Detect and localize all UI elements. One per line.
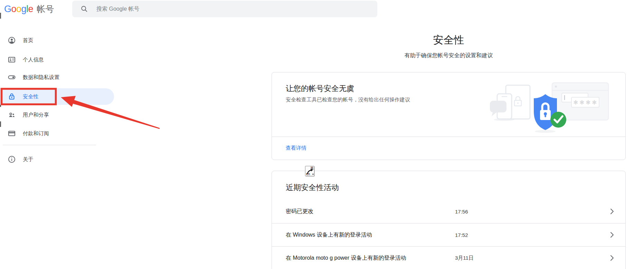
payments-icon <box>8 129 16 138</box>
logo-letter: g <box>21 4 27 14</box>
sidebar-item-label: 关于 <box>23 156 33 163</box>
sidebar-item-about[interactable]: 关于 <box>0 151 114 168</box>
logo-letter: o <box>16 4 21 14</box>
sidebar-item-label: 付款和订阅 <box>23 130 49 137</box>
chevron-right-icon <box>608 231 616 239</box>
svg-text:✱: ✱ <box>586 99 590 106</box>
home-icon <box>8 36 16 44</box>
sidebar-item-label: 数据和隐私设置 <box>23 74 59 81</box>
activity-row-motorola-signin[interactable]: 在 Motorola moto g power 设备上有新的登录活动 3月11日 <box>272 246 625 269</box>
screen-edge-artifact <box>0 13 1 19</box>
activity-row-windows-signin[interactable]: 在 Windows 设备上有新的登录活动 17:52 <box>272 223 625 246</box>
sidebar-divider <box>3 145 96 145</box>
sidebar-item-personal-info[interactable]: 个人信息 <box>0 51 114 68</box>
security-card-title: 让您的帐号安全无虞 <box>286 83 354 94</box>
sidebar-item-label: 安全性 <box>23 93 39 100</box>
activity-time: 17:56 <box>455 209 468 215</box>
sidebar-item-data-privacy[interactable]: 数据和隐私设置 <box>0 69 114 86</box>
security-lock-icon <box>8 92 16 101</box>
sidebar-item-label: 个人信息 <box>23 57 44 63</box>
chevron-right-icon <box>608 254 616 262</box>
about-info-icon <box>8 155 16 163</box>
search-bar[interactable] <box>72 1 377 17</box>
devices-shield-lock-check-illustration: ✱✱✱✱ <box>483 80 626 138</box>
ime-language-badge: 英 en <box>305 166 314 176</box>
activity-label: 密码已更改 <box>286 208 313 215</box>
logo-letter: e <box>28 4 34 14</box>
data-privacy-icon <box>8 73 16 81</box>
svg-text:✱: ✱ <box>579 99 584 106</box>
ime-switch-arrow-icon <box>306 168 314 175</box>
svg-text:✱: ✱ <box>592 99 597 106</box>
sidebar-item-security[interactable]: 安全性 <box>0 88 114 105</box>
activity-time: 3月11日 <box>455 255 474 261</box>
page-subtitle: 有助于确保您帐号安全的设置和建议 <box>272 52 626 59</box>
security-check-card: 让您的帐号安全无虞 安全检查工具已检查您的帐号，没有给出任何操作建议 <box>272 72 626 160</box>
personal-info-icon <box>8 56 16 64</box>
logo-letter: o <box>11 4 17 14</box>
activity-label: 在 Motorola moto g power 设备上有新的登录活动 <box>286 255 406 262</box>
svg-text:✱: ✱ <box>573 99 578 106</box>
sidebar-item-label: 用户和分享 <box>23 112 49 118</box>
search-icon <box>80 5 88 13</box>
search-input[interactable] <box>96 1 377 17</box>
logo-product-name: 帐号 <box>37 3 54 15</box>
page-title: 安全性 <box>272 33 626 47</box>
sidebar-item-label: 首页 <box>23 37 33 44</box>
chevron-right-icon <box>608 207 616 216</box>
sidebar-item-people-sharing[interactable]: 用户和分享 <box>0 107 114 123</box>
activity-time: 17:52 <box>455 232 468 238</box>
people-sharing-icon <box>8 111 16 119</box>
sidebar-item-payments[interactable]: 付款和订阅 <box>0 125 114 142</box>
sidebar-item-home[interactable]: 首页 <box>0 32 114 49</box>
security-card-description: 安全检查工具已检查您的帐号，没有给出任何操作建议 <box>286 97 410 103</box>
activity-row-password-changed[interactable]: 密码已更改 17:56 <box>272 200 625 223</box>
card-divider <box>272 137 625 137</box>
recent-activity-card: 近期安全性活动 密码已更改 17:56 在 Windows 设备上有新的登录活动… <box>272 171 626 269</box>
google-account-logo[interactable]: Google 帐号 <box>4 3 54 15</box>
activity-label: 在 Windows 设备上有新的登录活动 <box>286 231 372 239</box>
logo-letter: G <box>4 4 11 14</box>
activity-card-title: 近期安全性活动 <box>286 182 339 193</box>
google-account-security-page: Google 帐号 首页 个人信息 <box>0 0 644 269</box>
see-details-link[interactable]: 查看详情 <box>286 145 306 151</box>
